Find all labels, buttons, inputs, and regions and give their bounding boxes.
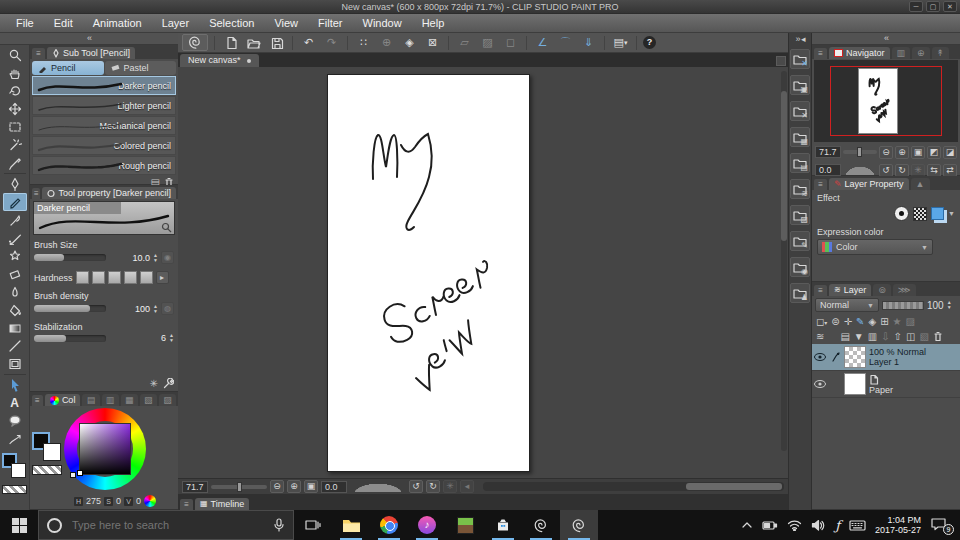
microphone-icon[interactable] (273, 518, 285, 532)
menu-animation[interactable]: Animation (83, 17, 152, 29)
rotation-slider[interactable] (350, 482, 406, 492)
material-folder-monochrome-pattern[interactable]: ✕ (790, 101, 810, 121)
layer1-visibility-eye-icon[interactable] (814, 353, 828, 361)
layer-comp-tab[interactable]: ⋙ (893, 284, 916, 296)
undo-icon[interactable]: ↶ (299, 34, 318, 51)
layer-property-tab[interactable]: ✎Layer Property (829, 178, 909, 190)
brush-size-stepper[interactable]: ▲▼ (153, 253, 158, 263)
taskbar-clip-studio-paint-active[interactable] (560, 510, 598, 540)
rotate-canvas-tool[interactable] (3, 82, 27, 100)
redo-icon[interactable]: ↷ (322, 34, 341, 51)
intermediate-color-tab[interactable]: ▦ (121, 394, 138, 406)
eyedropper-tool[interactable] (3, 154, 27, 172)
sv-marker[interactable] (77, 470, 83, 476)
opacity-stepper[interactable]: ▲▼ (947, 300, 952, 310)
color-panel-menu-icon[interactable]: ≡ (32, 395, 43, 406)
brush-tool[interactable] (3, 211, 27, 229)
auto-select-wand-tool[interactable] (3, 136, 27, 154)
brush-size-dynamics-icon[interactable]: ◉ (161, 251, 174, 264)
collapse-left-dock-button[interactable]: « (0, 33, 178, 45)
zoom-out-button[interactable]: ⊖ (270, 480, 284, 493)
canvas-viewport[interactable] (178, 67, 788, 478)
background-color-swatch[interactable] (11, 463, 26, 478)
timeline-tab[interactable]: ▦Timeline (195, 498, 249, 510)
sub-color-swatch[interactable] (43, 443, 61, 461)
action-center-button[interactable]: 9 (930, 517, 950, 533)
sub-view-tab[interactable]: ▥ (892, 47, 911, 59)
canvas-vertical-scrollbar[interactable] (781, 71, 787, 451)
tone-effect-icon[interactable] (913, 207, 927, 221)
navigator-preview[interactable] (814, 60, 958, 142)
reselect-icon[interactable]: ⊕ (377, 34, 396, 51)
apply-mask-icon[interactable]: ▧ (919, 331, 928, 342)
workspace-layout-icon[interactable]: ▤▾ (611, 34, 630, 51)
zoom-tool[interactable] (3, 46, 27, 64)
layer-row-layer1[interactable]: 100 % Normal Layer 1 (812, 344, 960, 371)
taskbar-clock[interactable]: 1:04 PM 2017-05-27 (875, 515, 921, 535)
brush-item-rough-pencil[interactable]: Rough pencil (32, 156, 176, 175)
decoration-tool[interactable] (3, 247, 27, 265)
brush-item-lighter-pencil[interactable]: Lighter pencil (32, 96, 176, 115)
save-file-icon[interactable] (267, 34, 286, 51)
help-icon[interactable]: ? (643, 36, 656, 49)
drawing-canvas[interactable] (327, 74, 530, 472)
wrench-settings-icon[interactable] (163, 378, 174, 389)
menu-help[interactable]: Help (412, 17, 455, 29)
eraser-tool[interactable] (3, 265, 27, 283)
airbrush-tool[interactable] (3, 229, 27, 247)
menu-edit[interactable]: Edit (44, 17, 83, 29)
rotate-left-button[interactable]: ↺ (409, 480, 423, 493)
tool-property-panel-menu-icon[interactable]: ≡ (32, 188, 40, 199)
material-folder-color-pattern[interactable]: ▣ (790, 75, 810, 95)
hardness-level-1[interactable] (76, 271, 89, 284)
color-slider-tab[interactable]: ▥ (102, 394, 119, 406)
scale-rotate-icon[interactable]: ▱ (455, 34, 474, 51)
navigator-flip-horizontal-button[interactable]: ◩ (927, 146, 941, 159)
fit-to-screen-button[interactable]: ▣ (304, 480, 318, 493)
layer-row-paper[interactable]: Paper (812, 371, 960, 398)
create-layer-mask-icon[interactable]: ◫ (906, 331, 915, 342)
color-wheel-tab[interactable]: Col (45, 394, 81, 406)
open-file-icon[interactable] (244, 34, 263, 51)
stabilization-stepper[interactable]: ▲▼ (169, 333, 174, 343)
brush-item-mechanical-pencil[interactable]: Mechanical pencil (32, 116, 176, 135)
touch-keyboard-icon[interactable] (849, 519, 866, 531)
gradient-tool[interactable] (3, 319, 27, 337)
task-view-button[interactable] (294, 510, 332, 540)
search-input[interactable] (70, 518, 265, 532)
tab-pencil[interactable]: Pencil (32, 61, 104, 75)
expand-selection-icon[interactable]: ⊠ (423, 34, 442, 51)
reset-settings-gear-icon[interactable]: ✳ (150, 378, 158, 389)
taskbar-file-explorer[interactable] (332, 510, 370, 540)
saturation-value-square[interactable] (79, 423, 131, 475)
navigator-reset-button[interactable]: ✳ (911, 164, 925, 177)
blend-tool[interactable] (3, 283, 27, 301)
zoom-in-button[interactable]: ⊕ (287, 480, 301, 493)
brush-density-slider[interactable] (34, 305, 106, 312)
color-set-tab[interactable]: ▤ (82, 394, 99, 406)
navigator-zoom-out-button[interactable]: ⊖ (879, 146, 893, 159)
taskbar-search[interactable] (38, 510, 294, 540)
material-folder-favorites[interactable]: ✕ (790, 49, 810, 69)
navigator-reset-view-button[interactable]: ⇄ (943, 164, 957, 177)
taskbar-chrome[interactable] (370, 510, 408, 540)
lock-layer-icon[interactable]: ◈ (869, 316, 877, 327)
canvas-horizontal-scrollbar[interactable] (483, 482, 784, 491)
layer-panel-menu-icon[interactable]: ≡ (814, 285, 827, 296)
color-history-tab[interactable]: ▨ (159, 394, 176, 406)
menu-selection[interactable]: Selection (199, 17, 264, 29)
material-folder-3d[interactable]: ◉ (790, 257, 810, 277)
hand-tool[interactable] (3, 64, 27, 82)
move-layer-tool[interactable] (3, 100, 27, 118)
pencil-tool[interactable] (3, 193, 27, 211)
invert-selection-icon[interactable]: ◈ (400, 34, 419, 51)
information-tab[interactable]: ↟ (932, 47, 950, 59)
fill-selection-icon[interactable]: ◻ (501, 34, 520, 51)
border-effect-icon[interactable] (894, 206, 909, 221)
template-icon[interactable]: ⊜ (831, 316, 839, 327)
brush-item-colored-pencil[interactable]: Colored pencil (32, 136, 176, 155)
figure-tool[interactable] (3, 337, 27, 355)
balloon-tool[interactable] (3, 412, 27, 430)
pen-tool[interactable] (3, 175, 27, 193)
material-folder-image-material[interactable]: ▤ (790, 153, 810, 173)
